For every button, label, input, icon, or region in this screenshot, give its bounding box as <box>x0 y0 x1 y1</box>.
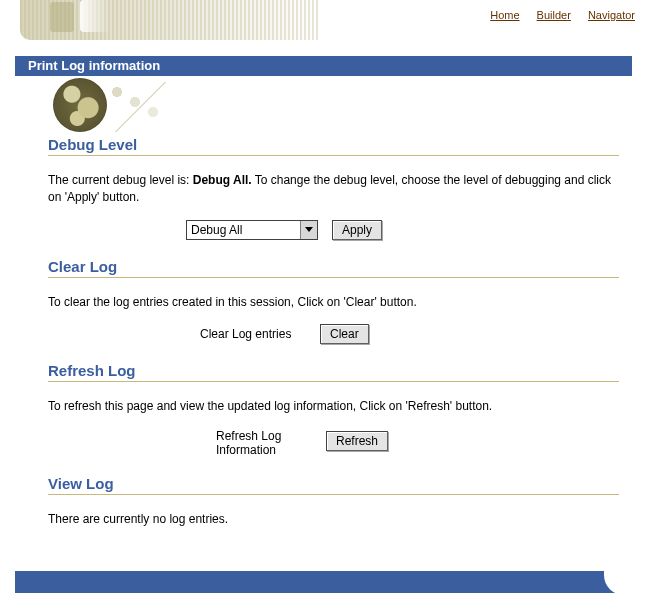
view-log-section: View Log There are currently no log entr… <box>48 475 619 528</box>
page-root: Home Builder Navigator Print Log informa… <box>0 0 647 605</box>
clear-log-description: To clear the log entries created in this… <box>48 294 619 311</box>
header-globe-decor <box>15 76 195 136</box>
debug-level-section: Debug Level The current debug level is: … <box>48 136 619 240</box>
refresh-log-control-row: Refresh Log Information Refresh <box>48 429 619 457</box>
title-bar: Print Log information <box>15 56 632 76</box>
debug-current-level: Debug All. <box>193 173 252 187</box>
chevron-down-icon <box>300 221 317 239</box>
apply-button[interactable]: Apply <box>332 220 382 240</box>
header-decor <box>20 0 320 40</box>
refresh-log-description: To refresh this page and view the update… <box>48 398 619 415</box>
view-log-empty-message: There are currently no log entries. <box>48 511 619 528</box>
clear-button[interactable]: Clear <box>320 324 369 344</box>
clear-log-heading: Clear Log <box>48 258 619 275</box>
nav-navigator-link[interactable]: Navigator <box>588 9 635 21</box>
footer-bar <box>15 571 632 593</box>
debug-level-select-value: Debug All <box>187 222 300 238</box>
refresh-label-line1: Refresh Log <box>216 429 281 443</box>
nav-home-link[interactable]: Home <box>490 9 519 21</box>
debug-level-heading: Debug Level <box>48 136 619 153</box>
refresh-log-section: Refresh Log To refresh this page and vie… <box>48 362 619 457</box>
divider <box>48 155 619 156</box>
divider <box>48 277 619 278</box>
refresh-log-heading: Refresh Log <box>48 362 619 379</box>
debug-level-description: The current debug level is: Debug All. T… <box>48 172 619 206</box>
clear-log-control-row: Clear Log entries Clear <box>48 324 619 344</box>
main-content: Debug Level The current debug level is: … <box>48 136 619 542</box>
debug-level-control-row: Debug All Apply <box>48 220 619 240</box>
footer-notch-decor <box>604 569 632 595</box>
nav-builder-link[interactable]: Builder <box>537 9 571 21</box>
view-log-heading: View Log <box>48 475 619 492</box>
refresh-label-line2: Information <box>216 443 276 457</box>
refresh-button[interactable]: Refresh <box>326 431 388 451</box>
divider <box>48 494 619 495</box>
debug-desc-pre: The current debug level is: <box>48 173 193 187</box>
top-nav: Home Builder Navigator <box>476 9 635 21</box>
debug-level-select[interactable]: Debug All <box>186 220 318 240</box>
clear-log-label: Clear Log entries <box>200 327 310 341</box>
page-title: Print Log information <box>15 56 632 76</box>
globe-icon <box>53 78 107 132</box>
divider <box>48 381 619 382</box>
clear-log-section: Clear Log To clear the log entries creat… <box>48 258 619 345</box>
refresh-log-label: Refresh Log Information <box>216 429 316 457</box>
